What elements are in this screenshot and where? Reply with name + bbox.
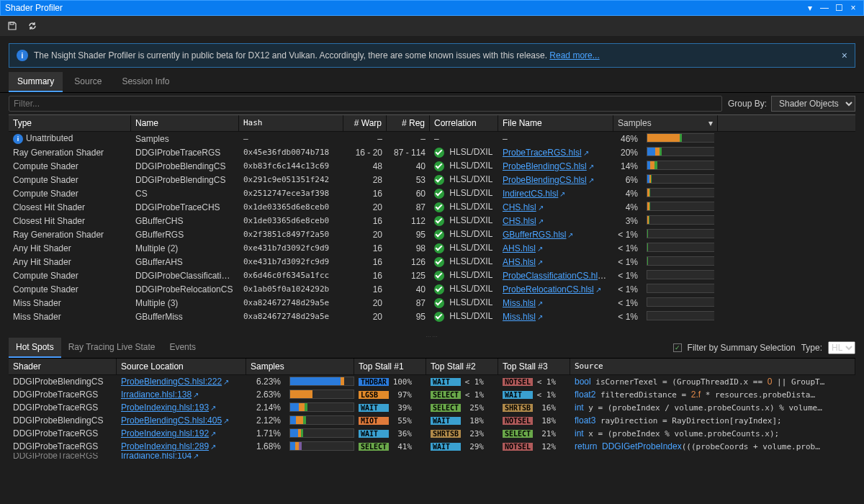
table-row[interactable]: iUnattributedSamples–––––46% [9,132,855,145]
minimize-icon[interactable]: — [819,2,830,14]
file-link[interactable]: ProbeBlendingCS.hlsl [503,161,587,171]
read-more-link[interactable]: Read more... [549,50,599,60]
file-link[interactable]: CHS.hlsl [503,216,536,226]
table-row[interactable]: Compute ShaderCS0x2512747ece3af3981660 H… [9,186,855,200]
file-link[interactable]: ProbeRelocationCS.hlsl [503,284,594,294]
hotspot-row[interactable]: DDGIProbeBlendingCSProbeBlendingCS.hlsl:… [9,414,855,427]
hotspot-row[interactable]: DDGIProbeTraceRGSProbeIndexing.hlsl:289↗… [9,440,855,453]
table-row[interactable]: Closest Hit ShaderGBufferCHS0x1de03365d6… [9,214,855,228]
table-row[interactable]: Miss ShaderMultiple (3)0xa824672748d29a5… [9,296,855,310]
file-link[interactable]: AHS.hlsl [503,257,536,267]
hotspot-row[interactable]: DDGIProbeBlendingCSProbeBlendingCS.hlsl:… [9,375,855,388]
cell-type: Any Hit Shader [9,243,131,254]
file-link[interactable]: ProbeBlendingCS.hlsl [503,175,587,185]
tab-summary[interactable]: Summary [9,72,63,92]
save-icon[interactable] [6,19,19,32]
table-row[interactable]: Closest Hit ShaderDDGIProbeTraceCHS0x1de… [9,200,855,214]
bcol-source[interactable]: Source [570,359,855,374]
file-link[interactable]: Miss.hlsl [503,298,536,308]
cell-hash: 0x2f3851c8497f2a50 [239,229,343,240]
tab-session-info[interactable]: Session Info [113,72,178,92]
table-row[interactable]: Ray Generation ShaderDDGIProbeTraceRGS0x… [9,145,855,159]
col-warp[interactable]: # Warp [343,115,387,131]
sample-bar [647,256,714,266]
cell-file: AHS.hlsl↗ [498,243,613,254]
file-link[interactable]: ProbeClassificationCS.hlsl [503,271,606,281]
cell-pct: < 1% [613,311,642,323]
filter-checkbox[interactable]: ✓ [673,343,682,352]
table-row[interactable]: Compute ShaderDDGIProbeBlendingCS0x291c9… [9,173,855,186]
col-samples[interactable]: Samples▾ [613,115,718,131]
bcol-location[interactable]: Source Location [117,359,246,374]
file-link[interactable]: Miss.hlsl [503,312,536,322]
col-filename[interactable]: File Name [498,115,613,131]
col-correlation[interactable]: Correlation [430,115,498,131]
hotspot-row[interactable]: DDGIProbeTraceRGSProbeIndexing.hlsl:192↗… [9,427,855,440]
dropdown-icon[interactable]: ▾ [804,2,816,14]
cell-pct: < 1% [613,297,642,309]
table-row[interactable]: Compute ShaderDDGIProbeBlendingCS0xb83fc… [9,159,855,173]
groupby-select[interactable]: Shader Objects [771,96,855,112]
cell-bar [642,256,714,268]
location-link[interactable]: Irradiance.hlsl:138 [121,390,192,400]
location-link[interactable]: ProbeIndexing.hlsl:192 [121,428,209,438]
col-type[interactable]: Type [9,115,131,131]
cell-hash: 0x1de03365d6e8ceb0 [239,215,343,226]
cell-bar [642,146,714,158]
check-icon [434,175,444,185]
table-row[interactable]: Compute ShaderDDGIProbeRelocationCS0x1ab… [9,282,855,296]
table-row[interactable]: Compute ShaderDDGIProbeClassificationCS0… [9,269,855,282]
filter-input[interactable] [9,96,722,112]
location-link[interactable]: ProbeIndexing.hlsl:289 [121,441,209,451]
bcol-samples[interactable]: Samples [246,359,354,374]
external-icon: ↗ [537,313,543,321]
file-link[interactable]: CHS.hlsl [503,202,536,212]
cell-reg: 40 [387,161,430,172]
table-row[interactable]: Any Hit ShaderGBufferAHS0xe431b7d3092fc9… [9,255,855,269]
table-row[interactable]: Miss ShaderGBufferMiss0xa824672748d29a5e… [9,310,855,323]
table-row[interactable]: Any Hit ShaderMultiple (2)0xe431b7d3092f… [9,241,855,255]
cell-hash: 0xe431b7d3092fc9d9 [239,243,343,253]
cell-name: DDGIProbeBlendingCS [131,174,239,186]
file-link[interactable]: IndirectCS.hlsl [503,189,558,199]
info-icon: i [13,134,23,144]
cell-name: CS [131,188,239,199]
splitter[interactable]: …… [0,332,864,336]
hotspot-row[interactable]: DDGIProbeTraceRGSProbeIndexing.hlsl:193↗… [9,401,855,414]
bcol-stall1[interactable]: Top Stall #1 [354,359,426,374]
type-select[interactable]: HL [828,341,855,354]
cell-corr: HLSL/DXIL [430,269,498,282]
tab-events[interactable]: Events [162,338,203,358]
col-reg[interactable]: # Reg [387,115,430,131]
file-link[interactable]: ProbeTraceRGS.hlsl [503,148,582,158]
hotspot-row[interactable]: DDGIProbeTraceRGSIrradiance.hlsl:104↗ [9,453,855,459]
location-link[interactable]: ProbeIndexing.hlsl:193 [121,402,209,413]
cell-pct: < 1% [613,256,642,268]
maximize-icon[interactable]: ☐ [833,2,845,14]
cell-reg: 53 [387,174,430,186]
bcol-shader[interactable]: Shader [9,359,117,374]
close-icon[interactable]: × [847,2,859,14]
col-name[interactable]: Name [131,115,239,131]
location-link[interactable]: ProbeBlendingCS.hlsl:222 [121,377,222,387]
bcol-stall3[interactable]: Top Stall #3 [498,359,570,374]
col-hash[interactable]: Hash [239,115,343,131]
refresh-icon[interactable] [26,19,39,32]
file-link[interactable]: AHS.hlsl [503,243,536,253]
sample-bar [289,377,354,386]
file-link[interactable]: GBufferRGS.hlsl [503,230,566,240]
cell-name: GBufferCHS [131,215,239,227]
hotspot-row[interactable]: DDGIProbeTraceRGSIrradiance.hlsl:138↗2.6… [9,388,855,401]
tab-hotspots[interactable]: Hot Spots [9,338,61,358]
cell-source: float2 filteredDistance = 2.f * resource… [570,389,855,400]
bcol-stall2[interactable]: Top Stall #2 [426,359,498,374]
cell-file: ProbeBlendingCS.hlsl↗ [498,161,613,172]
tab-source[interactable]: Source [66,72,110,92]
table-row[interactable]: Ray Generation ShaderGBufferRGS0x2f3851c… [9,228,855,241]
location-link[interactable]: ProbeBlendingCS.hlsl:405 [121,415,222,426]
stall-cell: WAIT< 1% [498,390,570,400]
cell-reg: 112 [387,215,430,227]
tab-rt-state[interactable]: Ray Tracing Live State [61,338,163,358]
stall-cell: SHRTSB16% [498,402,570,413]
notice-close-icon[interactable]: × [842,50,847,61]
